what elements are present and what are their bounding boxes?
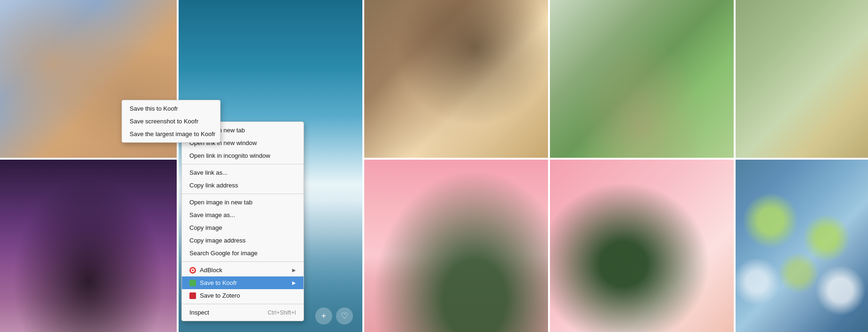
menu-save-to-zotero[interactable]: Save to Zotero (182, 289, 303, 302)
inspect-shortcut: Ctrl+Shift+I (268, 309, 296, 316)
menu-open-image-new-tab[interactable]: Open image in new tab (182, 196, 303, 209)
menu-search-google[interactable]: Search Google for image (182, 247, 303, 259)
adblock-chevron: ▶ (292, 267, 296, 273)
submenu-save-largest[interactable]: Save the largest image to Koofr (122, 128, 220, 140)
photo-cell-giraffes (550, 0, 734, 158)
menu-adblock[interactable]: AdBlock ▶ (182, 264, 303, 276)
add-button[interactable]: + (315, 308, 332, 324)
menu-separator-3 (182, 261, 303, 262)
menu-save-to-koofr[interactable]: Save to Koofr ▶ (182, 276, 303, 289)
photo-gallery: + ♡ Open link in new tab Open link in ne… (0, 0, 868, 332)
photo-cell-umbrellas (736, 160, 868, 332)
zotero-icon (189, 292, 196, 299)
koofr-icon (189, 280, 196, 286)
menu-inspect[interactable]: Inspect Ctrl+Shift+I (182, 306, 303, 319)
koofr-submenu: Save this to Koofr Save screenshot to Ko… (122, 100, 221, 143)
adblock-icon (189, 267, 196, 274)
menu-save-link-as[interactable]: Save link as... (182, 166, 303, 179)
photo-cell-silhouette (0, 160, 177, 332)
submenu-save-this[interactable]: Save this to Koofr (122, 102, 220, 115)
photo-actions: + ♡ (315, 308, 353, 324)
heart-button[interactable]: ♡ (336, 308, 353, 324)
menu-save-image-as[interactable]: Save image as... (182, 209, 303, 221)
submenu-save-screenshot[interactable]: Save screenshot to Koofr (122, 115, 220, 128)
menu-open-incognito[interactable]: Open link in incognito window (182, 149, 303, 162)
photo-cell-tropical (550, 160, 734, 332)
menu-separator-2 (182, 194, 303, 194)
menu-copy-link-address[interactable]: Copy link address (182, 179, 303, 192)
koofr-chevron: ▶ (292, 280, 296, 285)
menu-copy-image-address[interactable]: Copy image address (182, 234, 303, 247)
menu-separator-1 (182, 164, 303, 164)
menu-copy-image[interactable]: Copy image (182, 221, 303, 234)
photo-cell-boat (364, 0, 548, 158)
context-menu: Open link in new tab Open link in new wi… (181, 121, 304, 321)
menu-separator-4 (182, 304, 303, 304)
photo-cell-leaf-pink (364, 160, 548, 332)
photo-cell-landscape (736, 0, 868, 158)
